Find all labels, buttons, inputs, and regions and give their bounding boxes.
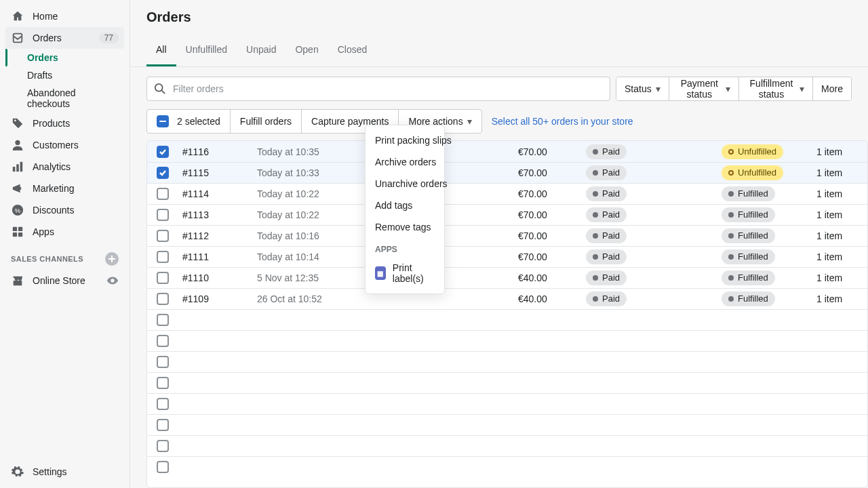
sidebar-item-products[interactable]: Products (5, 113, 124, 134)
row-checkbox[interactable] (157, 398, 169, 410)
svg-rect-3 (16, 164, 19, 171)
table-row[interactable] (147, 393, 867, 414)
table-row[interactable]: #1111Today at 10:14€70.00PaidFulfilled1 … (147, 246, 867, 267)
order-items: 1 item (812, 188, 867, 199)
sidebar-item-discounts[interactable]: % Discounts (5, 199, 124, 221)
order-id[interactable]: #1114 (182, 188, 209, 199)
order-date: Today at 10:16 (253, 230, 365, 241)
table-row[interactable] (147, 435, 867, 456)
table-row[interactable]: #1113Today at 10:22€70.00PaidFulfilled1 … (147, 204, 867, 225)
sidebar-item-marketing[interactable]: Marketing (5, 178, 124, 199)
indeterminate-checkbox[interactable] (157, 115, 169, 127)
menu-archive-orders[interactable]: Archive orders (366, 151, 444, 173)
filter-fulfillment-status[interactable]: Fulfillment status▾ (738, 77, 812, 100)
chevron-down-icon: ▾ (800, 83, 804, 94)
filter-more[interactable]: More (812, 77, 851, 100)
user-icon (11, 138, 24, 152)
sidebar: Home Orders 77 Orders Drafts Abandoned c… (0, 0, 130, 488)
row-checkbox[interactable] (157, 314, 169, 326)
tab-closed[interactable]: Closed (328, 35, 377, 66)
sidebar-item-online-store[interactable]: Online Store (5, 270, 124, 291)
order-id[interactable]: #1110 (182, 272, 209, 283)
view-store-icon[interactable] (106, 274, 119, 287)
sidebar-item-orders[interactable]: Orders 77 (5, 27, 124, 49)
order-date: Today at 10:14 (253, 251, 365, 262)
sidebar-item-analytics[interactable]: Analytics (5, 156, 124, 178)
sidebar-item-customers[interactable]: Customers (5, 134, 124, 156)
tab-unfulfilled[interactable]: Unfulfilled (176, 35, 237, 66)
table-row[interactable] (147, 330, 867, 351)
row-checkbox[interactable] (157, 167, 169, 179)
menu-print-labels[interactable]: ▦ Print label(s) (366, 257, 444, 289)
row-checkbox[interactable] (157, 146, 169, 158)
order-id[interactable]: #1116 (182, 146, 209, 157)
tab-all[interactable]: All (146, 35, 176, 66)
menu-remove-tags[interactable]: Remove tags (366, 216, 444, 238)
order-total: €70.00 (514, 167, 582, 178)
table-row[interactable] (147, 372, 867, 393)
sidebar-sub-orders[interactable]: Orders (22, 49, 124, 66)
table-row[interactable]: #11105 Nov at 12:35€40.00PaidFulfilled1 … (147, 267, 867, 288)
sidebar-item-settings[interactable]: Settings (5, 461, 124, 483)
sidebar-sub-drafts[interactable]: Drafts (22, 66, 124, 84)
order-items: 1 item (812, 146, 867, 157)
menu-add-tags[interactable]: Add tags (366, 195, 444, 216)
search-input[interactable] (172, 83, 603, 95)
order-id[interactable]: #1109 (182, 293, 209, 304)
sidebar-item-apps[interactable]: Apps (5, 221, 124, 243)
tab-open[interactable]: Open (285, 35, 328, 66)
table-row[interactable]: #110926 Oct at 10:52€40.00PaidFulfilled1… (147, 288, 867, 309)
row-checkbox[interactable] (157, 272, 169, 284)
menu-print-packing-slips[interactable]: Print packing slips (366, 129, 444, 151)
order-id[interactable]: #1111 (182, 251, 209, 262)
table-row[interactable] (147, 414, 867, 435)
menu-unarchive-orders[interactable]: Unarchive orders (366, 173, 444, 195)
filter-status[interactable]: Status▾ (616, 77, 669, 100)
row-checkbox[interactable] (157, 419, 169, 431)
fulfillment-badge: Fulfilled (722, 207, 775, 222)
filter-payment-status[interactable]: Payment status▾ (669, 77, 738, 100)
table-row[interactable]: #1115Today at 10:33€70.00PaidUnfulfilled… (147, 162, 867, 183)
table-row[interactable]: #1112Today at 10:16€70.00PaidFulfilled1 … (147, 225, 867, 246)
search-icon (154, 83, 166, 95)
sidebar-item-home[interactable]: Home (5, 5, 124, 27)
add-channel-button[interactable] (105, 252, 119, 266)
analytics-icon (11, 160, 24, 174)
order-id[interactable]: #1113 (182, 209, 209, 220)
row-checkbox[interactable] (157, 356, 169, 368)
table-row[interactable] (147, 456, 867, 477)
table-row[interactable]: #1114Today at 10:22€70.00PaidFulfilled1 … (147, 183, 867, 204)
bulk-selected[interactable]: 2 selected (147, 110, 230, 133)
sidebar-label-home: Home (33, 11, 58, 22)
table-row[interactable]: #1116Today at 10:35€70.00PaidUnfulfilled… (147, 141, 867, 162)
svg-point-11 (155, 84, 163, 92)
sales-channels-heading: SALES CHANNELS (5, 243, 124, 270)
app-icon: ▦ (375, 266, 386, 280)
search-box[interactable] (146, 77, 610, 101)
table-row[interactable] (147, 351, 867, 372)
order-date: 26 Oct at 10:52 (253, 293, 365, 304)
row-checkbox[interactable] (157, 461, 169, 473)
apps-icon (11, 225, 24, 239)
row-checkbox[interactable] (157, 188, 169, 200)
tab-unpaid[interactable]: Unpaid (237, 35, 285, 66)
row-checkbox[interactable] (157, 440, 169, 452)
row-checkbox[interactable] (157, 209, 169, 221)
fulfillment-badge: Fulfilled (722, 291, 775, 306)
order-id[interactable]: #1112 (182, 230, 209, 241)
svg-rect-7 (13, 227, 17, 231)
order-date: Today at 10:35 (253, 146, 365, 157)
row-checkbox[interactable] (157, 293, 169, 305)
order-items: 1 item (812, 167, 867, 178)
row-checkbox[interactable] (157, 377, 169, 389)
order-date: Today at 10:22 (253, 188, 365, 199)
chevron-down-icon: ▾ (467, 116, 472, 127)
row-checkbox[interactable] (157, 335, 169, 347)
bulk-fulfill-button[interactable]: Fulfill orders (230, 110, 301, 133)
select-all-link[interactable]: Select all 50+ orders in your store (492, 116, 633, 127)
row-checkbox[interactable] (157, 230, 169, 242)
sidebar-sub-abandoned[interactable]: Abandoned checkouts (22, 84, 124, 113)
order-id[interactable]: #1115 (182, 167, 209, 178)
row-checkbox[interactable] (157, 251, 169, 263)
table-row[interactable] (147, 309, 867, 330)
